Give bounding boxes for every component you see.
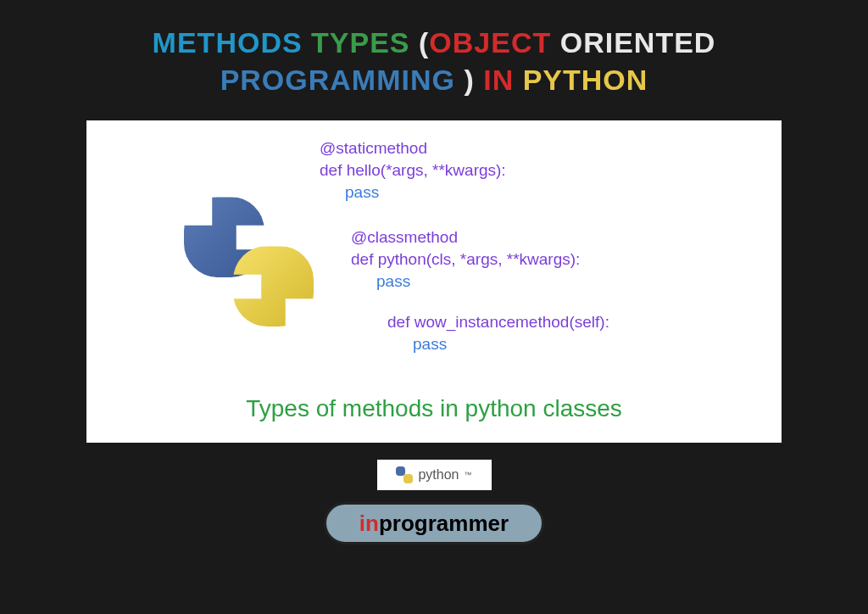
title-word-methods: METHODS — [153, 26, 303, 59]
code-static-method: @staticmethod def hello(*args, **kwargs)… — [320, 137, 506, 203]
brand-logo: inprogrammer — [324, 502, 544, 544]
instance-body: pass — [387, 333, 609, 355]
title-word-in: IN — [483, 64, 514, 96]
brand-suffix: programmer — [379, 511, 509, 537]
python-badge-icon — [396, 466, 413, 483]
title-word-object: OBJECT — [429, 26, 551, 59]
content-panel: @staticmethod def hello(*args, **kwargs)… — [86, 120, 782, 443]
title-word-types: TYPES — [311, 26, 409, 59]
title-word-programming: PROGRAMMING — [220, 64, 455, 96]
instance-def: def wow_instancemethod(self): — [387, 311, 609, 333]
content-caption: Types of methods in python classes — [86, 395, 782, 422]
brand-prefix: in — [359, 511, 379, 537]
title-word-python: PYTHON — [523, 64, 648, 96]
title-paren-close: ) — [464, 64, 474, 96]
class-def: def python(cls, *args, **kwargs): — [351, 248, 580, 271]
class-decorator: @classmethod — [351, 226, 580, 248]
static-def: def hello(*args, **kwargs): — [320, 159, 506, 181]
title-paren-open: ( — [419, 26, 429, 59]
class-body: pass — [351, 271, 580, 293]
static-decorator: @staticmethod — [320, 137, 506, 159]
code-instance-method: def wow_instancemethod(self): pass — [387, 311, 609, 354]
python-badge-tm: ™ — [465, 471, 472, 479]
code-class-method: @classmethod def python(cls, *args, **kw… — [351, 226, 580, 292]
python-badge-label: python — [418, 467, 459, 483]
title-word-oriented: ORIENTED — [560, 26, 716, 59]
python-badge: python™ — [377, 460, 492, 490]
page-title: METHODS TYPES (OBJECT ORIENTED PROGRAMMI… — [0, 0, 868, 98]
static-body: pass — [320, 181, 506, 204]
